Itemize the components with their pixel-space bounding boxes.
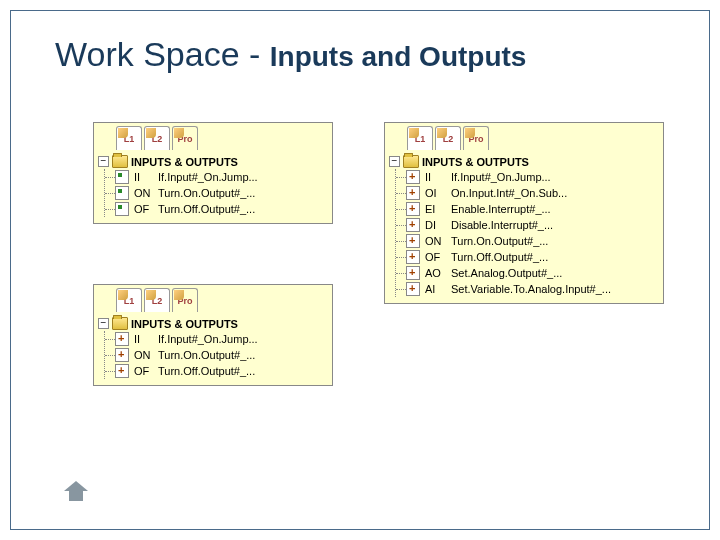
tree-children-a: IIIf.Input#_On.Jump... ONTurn.On.Output#… [104,169,328,217]
tab-pro[interactable]: Pro [172,288,198,312]
title-sub: Inputs and Outputs [270,41,527,72]
doc-icon [115,186,129,200]
page-title: Work Space - Inputs and Outputs [55,35,526,74]
tree-item[interactable]: ONTurn.On.Output#_... [396,233,659,249]
home-icon [64,481,88,491]
tab-icon [174,128,184,138]
root-label: INPUTS & OUTPUTS [422,156,529,168]
doc-icon [406,170,420,184]
doc-icon [406,234,420,248]
doc-icon [115,364,129,378]
collapse-icon[interactable]: − [98,156,109,167]
tree-item[interactable]: EIEnable.Interrupt#_... [396,201,659,217]
doc-icon [406,250,420,264]
tab-pro[interactable]: Pro [463,126,489,150]
tree-root-b[interactable]: − INPUTS & OUTPUTS [98,316,328,331]
root-label: INPUTS & OUTPUTS [131,318,238,330]
doc-icon [115,348,129,362]
tab-l2[interactable]: L2 [435,126,461,150]
root-label: INPUTS & OUTPUTS [131,156,238,168]
tree-item[interactable]: IIIf.Input#_On.Jump... [396,169,659,185]
tree-a: − INPUTS & OUTPUTS IIIf.Input#_On.Jump..… [94,150,332,223]
doc-icon [115,202,129,216]
collapse-icon[interactable]: − [98,318,109,329]
doc-icon [406,282,420,296]
tab-pro[interactable]: Pro [172,126,198,150]
folder-icon [112,317,128,330]
doc-icon [406,202,420,216]
doc-icon [406,218,420,232]
doc-icon [115,170,129,184]
folder-icon [403,155,419,168]
tree-b: − INPUTS & OUTPUTS IIIf.Input#_On.Jump..… [94,312,332,385]
tree-root-a[interactable]: − INPUTS & OUTPUTS [98,154,328,169]
title-main: Work Space - [55,35,270,73]
tabs-a: L1 L2 Pro [94,123,332,150]
tree-item[interactable]: IIIf.Input#_On.Jump... [105,331,328,347]
tab-icon [465,128,475,138]
tab-icon [174,290,184,300]
tree-panel-b: L1 L2 Pro − INPUTS & OUTPUTS IIIf.Input#… [93,284,333,386]
tab-icon [146,128,156,138]
tree-item[interactable]: OIOn.Input.Int#_On.Sub... [396,185,659,201]
tab-icon [437,128,447,138]
tab-icon [409,128,419,138]
tree-children-b: IIIf.Input#_On.Jump... ONTurn.On.Output#… [104,331,328,379]
tree-item[interactable]: ONTurn.On.Output#_... [105,347,328,363]
doc-icon [406,186,420,200]
tree-root-c[interactable]: − INPUTS & OUTPUTS [389,154,659,169]
tree-item[interactable]: DIDisable.Interrupt#_... [396,217,659,233]
tree-item[interactable]: ONTurn.On.Output#_... [105,185,328,201]
tree-item[interactable]: AISet.Variable.To.Analog.Input#_... [396,281,659,297]
tree-panel-a: L1 L2 Pro − INPUTS & OUTPUTS IIIf.Input#… [93,122,333,224]
tree-children-c: IIIf.Input#_On.Jump... OIOn.Input.Int#_O… [395,169,659,297]
tree-item[interactable]: OFTurn.Off.Output#_... [105,201,328,217]
doc-icon [406,266,420,280]
tab-l2[interactable]: L2 [144,126,170,150]
tab-icon [118,290,128,300]
tree-item[interactable]: AOSet.Analog.Output#_... [396,265,659,281]
tree-item[interactable]: OFTurn.Off.Output#_... [396,249,659,265]
folder-icon [112,155,128,168]
tab-l1[interactable]: L1 [116,288,142,312]
tree-panel-c: L1 L2 Pro − INPUTS & OUTPUTS IIIf.Input#… [384,122,664,304]
home-button[interactable] [60,472,92,500]
doc-icon [115,332,129,346]
tabs-c: L1 L2 Pro [385,123,663,150]
tab-icon [118,128,128,138]
tab-l1[interactable]: L1 [116,126,142,150]
tree-item[interactable]: IIIf.Input#_On.Jump... [105,169,328,185]
collapse-icon[interactable]: − [389,156,400,167]
tabs-b: L1 L2 Pro [94,285,332,312]
tab-icon [146,290,156,300]
tree-c: − INPUTS & OUTPUTS IIIf.Input#_On.Jump..… [385,150,663,303]
tab-l2[interactable]: L2 [144,288,170,312]
tab-l1[interactable]: L1 [407,126,433,150]
tree-item[interactable]: OFTurn.Off.Output#_... [105,363,328,379]
